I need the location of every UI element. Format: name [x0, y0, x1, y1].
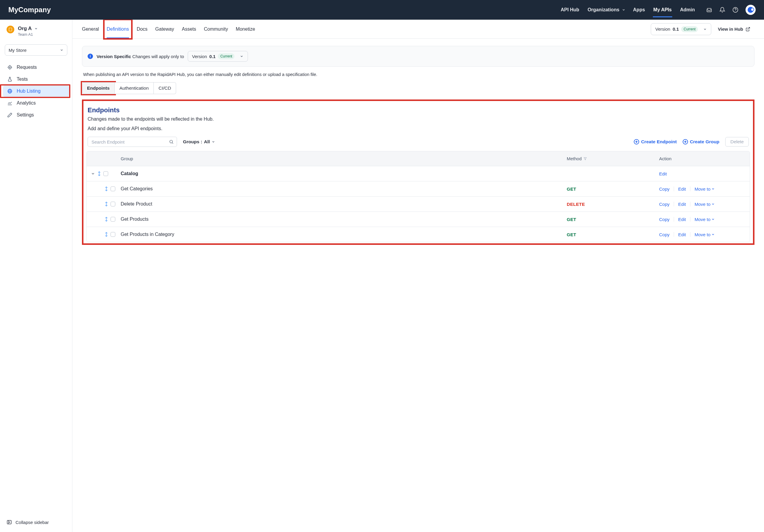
chevron-down-icon — [711, 233, 715, 236]
definitions-description: When publishing an API version to the Ra… — [83, 72, 753, 77]
copy-link[interactable]: Copy — [659, 217, 669, 222]
store-label: My Store — [9, 48, 27, 53]
sidebar-item-tests[interactable]: Tests — [3, 74, 69, 85]
group-name: Catalog — [121, 171, 564, 176]
info-icon: i — [88, 54, 93, 59]
edit-link[interactable]: Edit — [678, 186, 686, 192]
svg-line-22 — [172, 143, 173, 144]
version-banner: i Version Specific Changes will apply on… — [82, 46, 754, 67]
create-group-label: Create Group — [690, 139, 719, 144]
table-row: Delete Product DELETE Copy Edit Move to — [87, 196, 750, 212]
tab-assets[interactable]: Assets — [182, 21, 196, 38]
view-in-hub-link[interactable]: View in Hub — [714, 23, 754, 35]
tab-gateway[interactable]: Gateway — [155, 21, 174, 38]
org-team: Team A1 — [18, 32, 38, 37]
search-input[interactable] — [91, 139, 167, 145]
endpoint-method: GET — [567, 186, 656, 192]
bell-icon[interactable] — [719, 7, 725, 13]
endpoint-name: Get Products — [121, 217, 564, 222]
create-endpoint-button[interactable]: Create Endpoint — [634, 139, 677, 144]
groups-label: Groups : — [183, 139, 202, 144]
moveto-link[interactable]: Move to — [694, 217, 715, 222]
edit-link[interactable]: Edit — [659, 171, 667, 176]
subtab-endpoints[interactable]: Endpoints — [82, 82, 115, 94]
edit-link[interactable]: Edit — [678, 232, 686, 237]
drag-handle-icon[interactable] — [104, 186, 108, 191]
endpoint-name: Get Categories — [121, 186, 564, 192]
svg-point-10 — [10, 67, 10, 68]
inbox-icon[interactable] — [706, 7, 712, 13]
nav-organizations[interactable]: Organizations — [587, 5, 620, 14]
flask-icon — [7, 77, 13, 82]
moveto-link[interactable]: Move to — [694, 232, 715, 237]
view-in-hub-label: View in Hub — [718, 27, 743, 32]
banner-version-select[interactable]: Version 0.1 Current — [188, 51, 248, 62]
drag-handle-icon[interactable] — [104, 232, 108, 237]
collapse-icon — [7, 519, 12, 525]
sidebar-item-label: Analytics — [17, 100, 36, 106]
row-checkbox[interactable] — [110, 186, 115, 191]
delete-button[interactable]: Delete — [725, 137, 749, 146]
endpoint-name: Delete Product — [121, 201, 564, 207]
banner-version-label: Version — [192, 54, 207, 59]
banner-rest: Changes will apply only to — [132, 54, 184, 59]
help-icon[interactable] — [732, 7, 738, 13]
edit-link[interactable]: Edit — [678, 217, 686, 222]
sidebar-item-label: Tests — [17, 77, 28, 82]
endpoints-sub2: Add and define your API endpoints. — [88, 126, 749, 131]
version-select[interactable]: Version 0.1 Current — [651, 23, 711, 35]
search-endpoint[interactable] — [88, 137, 177, 147]
chevron-down-icon[interactable] — [91, 172, 95, 176]
endpoint-method: GET — [567, 217, 656, 222]
sidebar-item-label: Settings — [17, 112, 34, 118]
svg-marker-23 — [584, 158, 587, 160]
plus-circle-icon — [683, 139, 688, 144]
sidebar-item-settings[interactable]: Settings — [3, 109, 69, 121]
store-select[interactable]: My Store — [5, 44, 67, 56]
banner-version-value: 0.1 — [210, 54, 216, 59]
groups-filter[interactable]: Groups : All — [183, 139, 215, 144]
nav-my-apis[interactable]: My APIs — [653, 5, 672, 14]
avatar[interactable] — [745, 5, 756, 15]
drag-handle-icon[interactable] — [97, 171, 101, 176]
sidebar-item-hub-listing[interactable]: Hub Listing — [3, 86, 69, 97]
row-checkbox[interactable] — [103, 171, 108, 176]
endpoints-sub1: Changes made to the endpoints will be re… — [88, 116, 749, 122]
moveto-link[interactable]: Move to — [694, 202, 715, 207]
tab-community[interactable]: Community — [204, 21, 228, 38]
org-switcher[interactable]: Org A Team A1 — [0, 24, 72, 41]
chevron-down-icon — [60, 48, 64, 52]
endpoint-name: Get Products in Category — [121, 232, 564, 237]
row-checkbox[interactable] — [110, 232, 115, 237]
tab-definitions[interactable]: Definitions — [107, 21, 129, 38]
tab-general[interactable]: General — [82, 21, 99, 38]
endpoint-method: DELETE — [567, 202, 656, 207]
subtab-authentication[interactable]: Authentication — [115, 82, 154, 94]
copy-link[interactable]: Copy — [659, 232, 669, 237]
nav-apps[interactable]: Apps — [633, 5, 646, 14]
edit-link[interactable]: Edit — [678, 202, 686, 207]
drag-handle-icon[interactable] — [104, 202, 108, 206]
tab-docs[interactable]: Docs — [137, 21, 147, 38]
sidebar-item-requests[interactable]: Requests — [3, 62, 69, 73]
endpoints-title: Endpoints — [88, 106, 749, 114]
subtab-cicd[interactable]: CI/CD — [154, 82, 176, 94]
banner-strong: Version Specific — [96, 54, 131, 59]
copy-link[interactable]: Copy — [659, 186, 669, 192]
sidebar-item-analytics[interactable]: Analytics — [3, 97, 69, 109]
search-icon — [169, 139, 174, 144]
create-group-button[interactable]: Create Group — [683, 139, 719, 144]
filter-icon[interactable] — [583, 157, 587, 161]
tab-monetize[interactable]: Monetize — [236, 21, 255, 38]
nav-api-hub[interactable]: API Hub — [560, 5, 580, 14]
chart-icon — [7, 100, 13, 106]
drag-handle-icon[interactable] — [104, 217, 108, 222]
copy-link[interactable]: Copy — [659, 202, 669, 207]
banner-current-pill: Current — [218, 53, 235, 59]
row-checkbox[interactable] — [110, 217, 115, 222]
nav-admin[interactable]: Admin — [679, 5, 695, 14]
row-checkbox[interactable] — [110, 202, 115, 206]
collapse-sidebar[interactable]: Collapse sidebar — [0, 515, 72, 532]
svg-rect-2 — [9, 28, 12, 31]
moveto-link[interactable]: Move to — [694, 186, 715, 192]
